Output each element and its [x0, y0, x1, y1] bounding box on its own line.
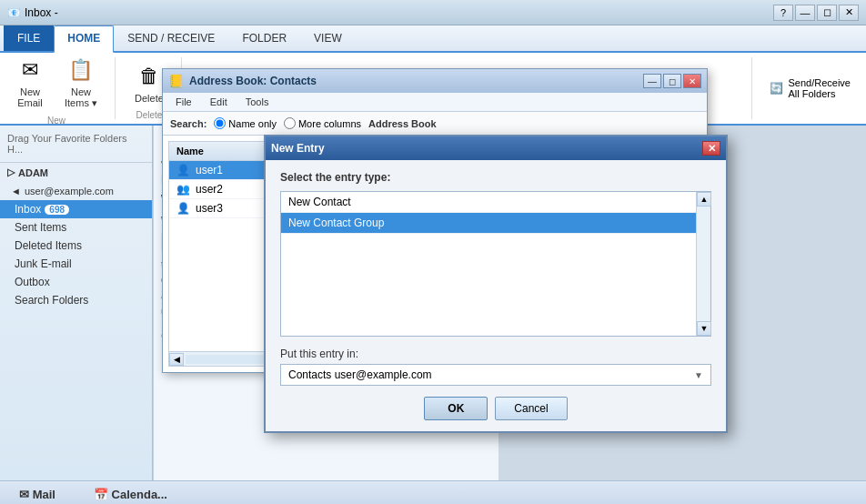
ab-name-only-radio[interactable]: Name only [214, 117, 277, 129]
junk-label: Junk E-mail [15, 257, 72, 270]
user2-icon: 👥 [176, 183, 190, 196]
ab-window-controls: — ◻ ✕ [643, 74, 701, 88]
search-folders-label: Search Folders [15, 294, 88, 307]
hscroll-left-btn[interactable]: ◀ [169, 353, 184, 366]
dialog-scroll-up[interactable]: ▲ [697, 192, 711, 207]
more-columns-radio-input[interactable] [284, 117, 296, 129]
name-only-label: Name only [228, 118, 277, 129]
sidebar: Drag Your Favorite Folders H... ▷ ADAM ◄… [0, 126, 153, 480]
restore-btn[interactable]: ◻ [817, 5, 837, 21]
sidebar-item-deleted[interactable]: Deleted Items [0, 237, 152, 255]
sidebar-user-account[interactable]: ◄ user@example.com [0, 182, 152, 200]
address-book-title-left: 📒 Address Book: Contacts [168, 74, 317, 88]
ab-toolbar: Search: Name only More columns Address B… [163, 112, 707, 136]
sidebar-item-search[interactable]: Search Folders [0, 291, 152, 309]
put-in-dropdown[interactable]: Contacts user@example.com ▼ [280, 364, 711, 386]
outbox-label: Outbox [15, 276, 50, 288]
new-items-button[interactable]: 📋 NewItems ▾ [56, 51, 106, 114]
address-book-title-bar: 📒 Address Book: Contacts — ◻ ✕ [163, 69, 707, 93]
more-columns-label: More columns [298, 118, 361, 129]
put-in-value: Contacts user@example.com [288, 368, 432, 381]
user2-name: user2 [196, 183, 223, 196]
user1-name: user1 [196, 164, 223, 176]
inbox-badge: 698 [45, 205, 69, 215]
ribbon-group-new: ✉ NewEmail 📋 NewItems ▾ New [7, 57, 116, 119]
put-in-section: Put this entry in: Contacts user@example… [280, 348, 711, 386]
sidebar-account-adam[interactable]: ▷ ADAM [0, 163, 152, 182]
sidebar-item-outbox[interactable]: Outbox [0, 273, 152, 291]
minimize-btn[interactable]: — [795, 5, 815, 21]
sidebar-item-sent[interactable]: Sent Items [0, 218, 152, 237]
name-only-radio-input[interactable] [214, 117, 226, 129]
dialog-scroll-track[interactable] [697, 207, 710, 321]
nav-calendar[interactable]: 📅 Calenda... [82, 483, 179, 504]
ab-more-columns-radio[interactable]: More columns [284, 117, 361, 129]
dialog-scroll-down[interactable]: ▼ [697, 321, 711, 336]
account-expand-icon: ▷ [7, 166, 15, 178]
dialog-title-bar: New Entry ✕ [266, 136, 726, 160]
address-book-title: Address Book: Contacts [189, 75, 317, 87]
dialog-list-scroll: New Contact New Contact Group [281, 192, 696, 336]
dialog-body: Select the entry type: New Contact New C… [266, 160, 726, 431]
dialog-item-new-contact[interactable]: New Contact [281, 192, 696, 213]
ab-minimize-btn[interactable]: — [643, 74, 661, 88]
new-items-label: NewItems ▾ [65, 86, 97, 109]
ok-button[interactable]: OK [424, 397, 488, 420]
dialog-close-btn[interactable]: ✕ [702, 141, 720, 156]
put-in-label: Put this entry in: [280, 348, 711, 360]
deleted-label: Deleted Items [15, 239, 82, 252]
drag-favorites-area: Drag Your Favorite Folders H... [0, 126, 152, 163]
sidebar-item-inbox[interactable]: Inbox 698 [0, 200, 152, 218]
tab-file[interactable]: FILE [4, 25, 54, 51]
ab-close-btn[interactable]: ✕ [683, 74, 701, 88]
delete-group-label: Delete [136, 110, 163, 120]
dialog-buttons: OK Cancel [280, 397, 711, 420]
send-receive-group: 🔄 Send/ReceiveAll Folders [751, 57, 860, 119]
tab-send-receive[interactable]: SEND / RECEIVE [114, 25, 228, 51]
drag-favorites-text: Drag Your Favorite Folders H... [7, 133, 126, 155]
ab-menu-edit[interactable]: Edit [201, 95, 237, 109]
user3-icon: 👤 [176, 202, 190, 215]
user-email: user@example.com [25, 186, 114, 197]
ribbon-tabs: FILE HOME SEND / RECEIVE FOLDER VIEW [0, 25, 866, 51]
tab-view[interactable]: VIEW [300, 25, 356, 51]
dialog-title: New Entry [271, 142, 325, 155]
close-btn[interactable]: ✕ [839, 5, 859, 21]
title-bar: 📧 Inbox - ? — ◻ ✕ [0, 0, 866, 25]
ab-restore-btn[interactable]: ◻ [663, 74, 681, 88]
nav-mail[interactable]: ✉ Mail [7, 483, 67, 504]
address-book-icon: 📒 [168, 74, 184, 88]
sidebar-item-junk[interactable]: Junk E-mail [0, 255, 152, 273]
ab-menu-tools[interactable]: Tools [237, 95, 278, 109]
dropdown-arrow-icon: ▼ [694, 370, 703, 380]
user3-name: user3 [196, 202, 223, 215]
help-btn[interactable]: ? [773, 5, 793, 21]
app-icon: 📧 [7, 6, 21, 19]
delete-icon: 🗑 [135, 62, 164, 91]
dialog-select-label: Select the entry type: [280, 171, 711, 184]
calendar-label: Calenda... [112, 488, 167, 501]
user1-icon: 👤 [176, 164, 190, 176]
tab-folder[interactable]: FOLDER [228, 25, 300, 51]
new-group-label: New [47, 116, 65, 126]
send-receive-label: Send/ReceiveAll Folders [789, 77, 851, 99]
sent-label: Sent Items [15, 221, 66, 234]
mail-label: Mail [33, 488, 55, 501]
new-email-button[interactable]: ✉ NewEmail [7, 51, 53, 114]
send-receive-icon: 🔄 [770, 82, 783, 95]
new-entry-dialog: New Entry ✕ Select the entry type: New C… [264, 135, 728, 433]
new-items-icon: 📋 [66, 55, 96, 85]
send-receive-all-button[interactable]: 🔄 Send/ReceiveAll Folders [761, 73, 860, 104]
calendar-icon: 📅 [94, 488, 112, 501]
new-email-icon: ✉ [15, 55, 45, 85]
ab-menu-file[interactable]: File [166, 95, 201, 109]
bottom-bar: ✉ Mail 📅 Calenda... [0, 480, 866, 504]
dialog-item-new-contact-group[interactable]: New Contact Group [281, 213, 696, 234]
dialog-entry-type-list: New Contact New Contact Group ▲ ▼ [280, 191, 711, 337]
ribbon: FILE HOME SEND / RECEIVE FOLDER VIEW [0, 25, 866, 53]
cancel-button[interactable]: Cancel [495, 397, 567, 420]
ab-menu-bar: File Edit Tools [163, 93, 707, 112]
account-name: ADAM [18, 167, 48, 178]
tab-home[interactable]: HOME [54, 25, 114, 53]
address-book-label: Address Book [368, 118, 437, 129]
